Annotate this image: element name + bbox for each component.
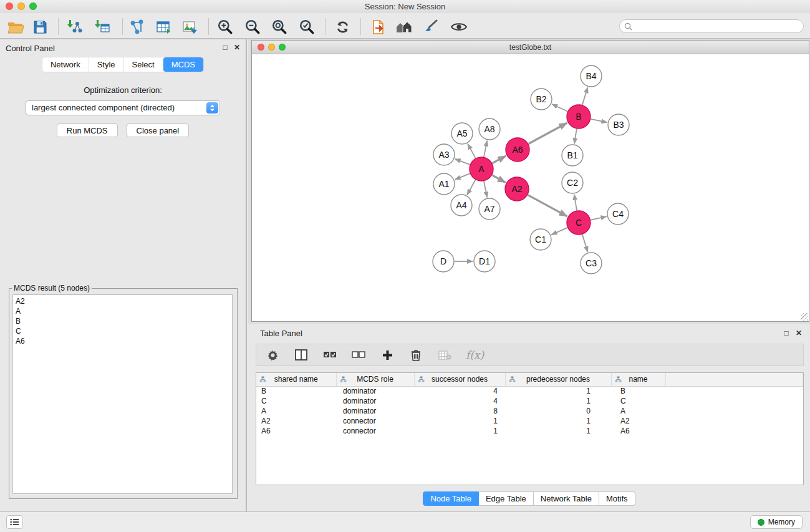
table-cell[interactable]: 1 xyxy=(505,426,611,436)
open-session-button[interactable] xyxy=(6,17,25,36)
graph-node-B1[interactable]: B1 xyxy=(562,145,583,166)
graph-node-B3[interactable]: B3 xyxy=(608,114,629,135)
graph-node-C3[interactable]: C3 xyxy=(581,253,602,274)
network-graph[interactable]: AA1A2A3A4A5A6A7A8BB1B2B3B4CC1C2C3C4DD1 xyxy=(252,54,809,321)
graph-edge-A-A1[interactable] xyxy=(455,173,470,180)
graph-node-A8[interactable]: A8 xyxy=(479,118,500,140)
run-mcds-button[interactable]: Run MCDS xyxy=(57,123,118,137)
mcds-result-item[interactable]: C xyxy=(13,326,232,336)
tab-style[interactable]: Style xyxy=(89,57,124,72)
graph-node-A5[interactable]: A5 xyxy=(451,123,473,144)
table-cell[interactable]: 4 xyxy=(414,386,505,396)
new-table-button[interactable] xyxy=(154,17,173,36)
table-cell[interactable]: connector xyxy=(336,426,414,436)
zoom-in-button[interactable] xyxy=(216,17,234,36)
column-header-mcds-role[interactable]: MCDS role xyxy=(336,373,414,386)
column-type-icon[interactable] xyxy=(340,376,347,385)
graph-node-A7[interactable]: A7 xyxy=(479,198,500,220)
mcds-result-item[interactable]: A xyxy=(13,306,232,316)
graph-edge-C-C4[interactable] xyxy=(591,216,607,220)
network-home-button[interactable] xyxy=(395,17,413,36)
table-cell[interactable]: 8 xyxy=(414,406,505,416)
import-table-button[interactable] xyxy=(92,17,111,36)
zoom-fit-button[interactable] xyxy=(270,17,289,36)
close-table-panel-icon[interactable]: ✕ xyxy=(794,329,804,337)
toolbar-search[interactable] xyxy=(619,19,804,33)
graph-edge-A-A4[interactable] xyxy=(467,180,475,195)
table-cell[interactable]: A xyxy=(611,406,665,416)
close-panel-icon[interactable]: ✕ xyxy=(232,43,242,52)
graph-node-B[interactable]: B xyxy=(567,105,591,128)
paint-style-button[interactable] xyxy=(422,17,440,36)
table-cell[interactable]: 1 xyxy=(505,396,611,406)
select-all-button[interactable] xyxy=(322,347,337,362)
tab-network-table[interactable]: Network Table xyxy=(534,491,599,506)
graph-node-A6[interactable]: A6 xyxy=(506,138,529,162)
graph-node-B2[interactable]: B2 xyxy=(531,89,552,110)
function-builder-button[interactable]: f(x) xyxy=(466,349,484,361)
snapshot-button[interactable] xyxy=(369,17,388,36)
mcds-result-list[interactable]: A2ABCA6 xyxy=(12,294,233,494)
search-input[interactable] xyxy=(635,22,803,31)
graph-edge-C-C2[interactable] xyxy=(574,195,577,210)
new-network-button[interactable] xyxy=(128,17,147,36)
graph-edge-C-C3[interactable] xyxy=(582,235,588,252)
table-cell[interactable]: dominator xyxy=(336,386,414,396)
column-type-icon[interactable] xyxy=(615,376,622,385)
deselect-all-button[interactable] xyxy=(351,347,366,362)
table-cell[interactable]: A2 xyxy=(256,416,336,426)
column-header-shared-name[interactable]: shared name xyxy=(256,373,336,386)
column-type-icon[interactable] xyxy=(418,376,425,385)
graph-node-B4[interactable]: B4 xyxy=(581,65,602,87)
mcds-result-item[interactable]: B xyxy=(13,316,232,326)
apply-layout-button[interactable] xyxy=(333,17,352,36)
import-network-button[interactable] xyxy=(65,17,84,36)
graph-node-C2[interactable]: C2 xyxy=(562,172,583,193)
task-history-button[interactable] xyxy=(6,515,23,529)
table-cell[interactable]: 1 xyxy=(414,426,505,436)
table-cell[interactable]: 0 xyxy=(505,406,611,416)
graph-node-C1[interactable]: C1 xyxy=(530,229,551,250)
column-header-name[interactable]: name xyxy=(611,373,665,386)
column-header-successor-nodes[interactable]: successor nodes xyxy=(414,373,505,386)
table-cell[interactable]: connector xyxy=(336,416,414,426)
graph-node-D1[interactable]: D1 xyxy=(474,251,495,272)
graph-node-A3[interactable]: A3 xyxy=(433,144,455,165)
table-cell[interactable]: 1 xyxy=(505,416,611,426)
tab-network[interactable]: Network xyxy=(42,57,89,72)
table-cell[interactable]: A xyxy=(256,406,336,416)
float-panel-icon[interactable]: □ xyxy=(220,43,230,52)
table-cell[interactable]: A6 xyxy=(611,426,665,436)
tab-motifs[interactable]: Motifs xyxy=(599,491,635,506)
graph-edge-A2-C[interactable] xyxy=(528,195,567,216)
graph-node-C4[interactable]: C4 xyxy=(607,203,629,225)
column-type-icon[interactable] xyxy=(509,376,516,385)
table-row[interactable]: A2connector11A2 xyxy=(256,416,803,426)
show-columns-button[interactable] xyxy=(294,347,309,362)
table-row[interactable]: Adominator80A xyxy=(256,406,803,416)
zoom-out-button[interactable] xyxy=(243,17,262,36)
graph-edge-A-A7[interactable] xyxy=(484,181,487,198)
table-cell[interactable]: dominator xyxy=(336,396,414,406)
table-row[interactable]: Cdominator41C xyxy=(256,396,803,406)
graph-node-A4[interactable]: A4 xyxy=(451,195,472,216)
memory-button[interactable]: Memory xyxy=(750,515,803,529)
graph-node-A[interactable]: A xyxy=(470,157,493,181)
graph-edge-A-A5[interactable] xyxy=(468,144,475,158)
export-image-button[interactable] xyxy=(181,17,200,36)
table-cell[interactable]: 4 xyxy=(414,396,505,406)
float-table-panel-icon[interactable]: □ xyxy=(781,329,791,337)
graph-edge-A-A2[interactable] xyxy=(492,175,505,183)
table-settings-button[interactable] xyxy=(265,347,280,362)
graph-edge-B-B4[interactable] xyxy=(582,87,588,105)
mcds-result-item[interactable]: A2 xyxy=(13,296,232,306)
graph-edge-B-B1[interactable] xyxy=(574,129,577,143)
table-cell[interactable]: dominator xyxy=(336,406,414,416)
table-cell[interactable]: B xyxy=(256,386,336,396)
tab-mcds[interactable]: MCDS xyxy=(163,57,203,72)
column-header-predecessor-nodes[interactable]: predecessor nodes xyxy=(505,373,611,386)
graph-node-A1[interactable]: A1 xyxy=(433,173,455,195)
show-hide-button[interactable] xyxy=(450,17,468,36)
table-row[interactable]: A6connector11A6 xyxy=(256,426,803,436)
delete-column-button[interactable] xyxy=(408,347,423,362)
